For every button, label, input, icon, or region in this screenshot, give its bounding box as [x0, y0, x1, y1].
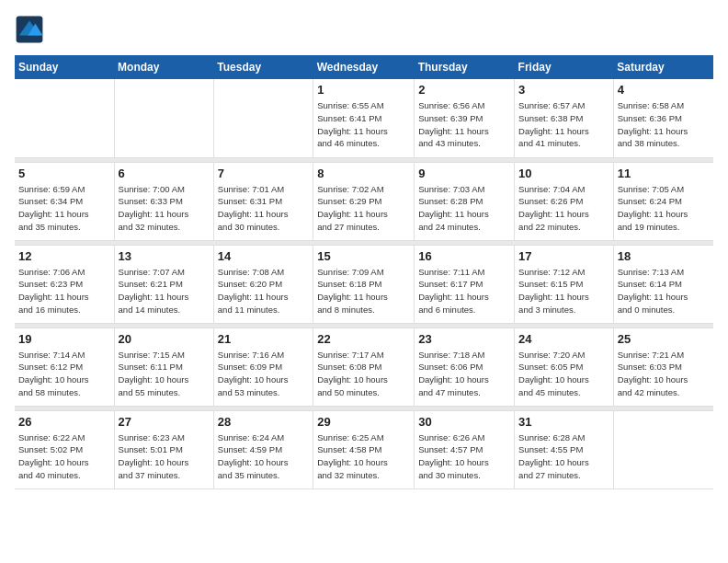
day-cell: 10Sunrise: 7:04 AM Sunset: 6:26 PM Dayli… — [515, 162, 614, 240]
day-cell: 28Sunrise: 6:24 AM Sunset: 4:59 PM Dayli… — [213, 410, 313, 488]
day-number: 19 — [18, 332, 110, 346]
day-number: 27 — [119, 415, 210, 429]
day-cell — [613, 410, 713, 488]
day-cell: 6Sunrise: 7:00 AM Sunset: 6:33 PM Daylig… — [114, 162, 213, 240]
day-info: Sunrise: 7:16 AM Sunset: 6:09 PM Dayligh… — [218, 349, 309, 399]
day-info: Sunrise: 7:03 AM Sunset: 6:28 PM Dayligh… — [418, 183, 510, 234]
day-number: 12 — [18, 249, 110, 263]
day-cell: 16Sunrise: 7:11 AM Sunset: 6:17 PM Dayli… — [415, 245, 515, 323]
day-number: 25 — [618, 332, 710, 346]
day-cell: 18Sunrise: 7:13 AM Sunset: 6:14 PM Dayli… — [613, 245, 713, 323]
day-cell: 7Sunrise: 7:01 AM Sunset: 6:31 PM Daylig… — [213, 162, 313, 240]
day-cell: 22Sunrise: 7:17 AM Sunset: 6:08 PM Dayli… — [313, 327, 415, 406]
day-cell: 21Sunrise: 7:16 AM Sunset: 6:09 PM Dayli… — [213, 327, 313, 406]
day-cell: 31Sunrise: 6:28 AM Sunset: 4:55 PM Dayli… — [515, 410, 614, 488]
page-header — [15, 15, 713, 44]
day-info: Sunrise: 6:57 AM Sunset: 6:38 PM Dayligh… — [518, 99, 609, 150]
day-number: 24 — [518, 332, 609, 346]
day-number: 7 — [218, 167, 309, 180]
header-monday: Monday — [114, 55, 213, 79]
day-info: Sunrise: 7:12 AM Sunset: 6:15 PM Dayligh… — [518, 266, 609, 316]
day-number: 2 — [418, 83, 510, 97]
header-friday: Friday — [515, 55, 614, 79]
day-number: 3 — [518, 83, 609, 97]
day-cell: 23Sunrise: 7:18 AM Sunset: 6:06 PM Dayli… — [415, 327, 515, 406]
day-number: 13 — [119, 249, 210, 263]
day-info: Sunrise: 7:18 AM Sunset: 6:06 PM Dayligh… — [418, 349, 510, 399]
day-cell: 29Sunrise: 6:25 AM Sunset: 4:58 PM Dayli… — [313, 410, 415, 488]
day-number: 20 — [119, 332, 210, 346]
day-cell — [15, 79, 114, 157]
header-tuesday: Tuesday — [213, 55, 313, 79]
day-number: 1 — [317, 83, 410, 97]
week-row-5: 26Sunrise: 6:22 AM Sunset: 5:02 PM Dayli… — [15, 410, 713, 488]
day-info: Sunrise: 7:01 AM Sunset: 6:31 PM Dayligh… — [218, 183, 309, 234]
calendar-header-row: SundayMondayTuesdayWednesdayThursdayFrid… — [15, 55, 713, 79]
day-info: Sunrise: 6:25 AM Sunset: 4:58 PM Dayligh… — [317, 431, 410, 482]
day-info: Sunrise: 7:07 AM Sunset: 6:21 PM Dayligh… — [119, 266, 210, 316]
day-cell: 2Sunrise: 6:56 AM Sunset: 6:39 PM Daylig… — [415, 79, 515, 157]
day-info: Sunrise: 7:17 AM Sunset: 6:08 PM Dayligh… — [317, 349, 410, 399]
day-number: 18 — [618, 249, 710, 263]
day-number: 14 — [218, 249, 309, 263]
day-info: Sunrise: 6:22 AM Sunset: 5:02 PM Dayligh… — [18, 431, 110, 482]
day-number: 9 — [418, 167, 510, 180]
day-info: Sunrise: 6:23 AM Sunset: 5:01 PM Dayligh… — [119, 431, 210, 482]
header-wednesday: Wednesday — [313, 55, 415, 79]
header-saturday: Saturday — [613, 55, 713, 79]
day-cell: 1Sunrise: 6:55 AM Sunset: 6:41 PM Daylig… — [313, 79, 415, 157]
day-cell: 8Sunrise: 7:02 AM Sunset: 6:29 PM Daylig… — [313, 162, 415, 240]
day-info: Sunrise: 6:58 AM Sunset: 6:36 PM Dayligh… — [618, 99, 710, 150]
day-info: Sunrise: 7:05 AM Sunset: 6:24 PM Dayligh… — [618, 183, 710, 234]
day-info: Sunrise: 7:02 AM Sunset: 6:29 PM Dayligh… — [317, 183, 410, 234]
day-cell: 13Sunrise: 7:07 AM Sunset: 6:21 PM Dayli… — [114, 245, 213, 323]
day-cell: 30Sunrise: 6:26 AM Sunset: 4:57 PM Dayli… — [415, 410, 515, 488]
day-cell: 14Sunrise: 7:08 AM Sunset: 6:20 PM Dayli… — [213, 245, 313, 323]
calendar-table: SundayMondayTuesdayWednesdayThursdayFrid… — [15, 55, 713, 489]
day-info: Sunrise: 7:11 AM Sunset: 6:17 PM Dayligh… — [418, 266, 510, 316]
day-cell — [213, 79, 313, 157]
day-info: Sunrise: 6:55 AM Sunset: 6:41 PM Dayligh… — [317, 99, 410, 150]
day-number: 11 — [618, 167, 710, 180]
day-info: Sunrise: 7:15 AM Sunset: 6:11 PM Dayligh… — [119, 349, 210, 399]
day-cell: 20Sunrise: 7:15 AM Sunset: 6:11 PM Dayli… — [114, 327, 213, 406]
day-cell: 24Sunrise: 7:20 AM Sunset: 6:05 PM Dayli… — [515, 327, 614, 406]
day-info: Sunrise: 7:08 AM Sunset: 6:20 PM Dayligh… — [218, 266, 309, 316]
day-number: 16 — [418, 249, 510, 263]
day-info: Sunrise: 7:09 AM Sunset: 6:18 PM Dayligh… — [317, 266, 410, 316]
week-row-2: 5Sunrise: 6:59 AM Sunset: 6:34 PM Daylig… — [15, 162, 713, 240]
day-cell: 11Sunrise: 7:05 AM Sunset: 6:24 PM Dayli… — [613, 162, 713, 240]
day-info: Sunrise: 7:14 AM Sunset: 6:12 PM Dayligh… — [18, 349, 110, 399]
week-row-4: 19Sunrise: 7:14 AM Sunset: 6:12 PM Dayli… — [15, 327, 713, 406]
day-number: 26 — [18, 415, 110, 429]
day-info: Sunrise: 7:13 AM Sunset: 6:14 PM Dayligh… — [618, 266, 710, 316]
day-info: Sunrise: 7:04 AM Sunset: 6:26 PM Dayligh… — [518, 183, 609, 234]
day-cell: 27Sunrise: 6:23 AM Sunset: 5:01 PM Dayli… — [114, 410, 213, 488]
week-row-1: 1Sunrise: 6:55 AM Sunset: 6:41 PM Daylig… — [15, 79, 713, 157]
header-thursday: Thursday — [415, 55, 515, 79]
day-cell: 15Sunrise: 7:09 AM Sunset: 6:18 PM Dayli… — [313, 245, 415, 323]
day-info: Sunrise: 7:20 AM Sunset: 6:05 PM Dayligh… — [518, 349, 609, 399]
day-number: 6 — [119, 167, 210, 180]
day-info: Sunrise: 6:24 AM Sunset: 4:59 PM Dayligh… — [218, 431, 309, 482]
day-number: 4 — [618, 83, 710, 97]
day-number: 29 — [317, 415, 410, 429]
day-cell: 26Sunrise: 6:22 AM Sunset: 5:02 PM Dayli… — [15, 410, 114, 488]
day-number: 30 — [418, 415, 510, 429]
day-info: Sunrise: 7:00 AM Sunset: 6:33 PM Dayligh… — [119, 183, 210, 234]
day-cell: 19Sunrise: 7:14 AM Sunset: 6:12 PM Dayli… — [15, 327, 114, 406]
day-number: 28 — [218, 415, 309, 429]
day-number: 15 — [317, 249, 410, 263]
day-cell — [114, 79, 213, 157]
day-number: 21 — [218, 332, 309, 346]
day-cell: 4Sunrise: 6:58 AM Sunset: 6:36 PM Daylig… — [613, 79, 713, 157]
logo — [15, 15, 48, 44]
day-info: Sunrise: 6:56 AM Sunset: 6:39 PM Dayligh… — [418, 99, 510, 150]
day-number: 22 — [317, 332, 410, 346]
header-sunday: Sunday — [15, 55, 114, 79]
day-number: 8 — [317, 167, 410, 180]
day-number: 10 — [518, 167, 609, 180]
day-number: 31 — [518, 415, 609, 429]
day-cell: 3Sunrise: 6:57 AM Sunset: 6:38 PM Daylig… — [515, 79, 614, 157]
day-cell: 5Sunrise: 6:59 AM Sunset: 6:34 PM Daylig… — [15, 162, 114, 240]
